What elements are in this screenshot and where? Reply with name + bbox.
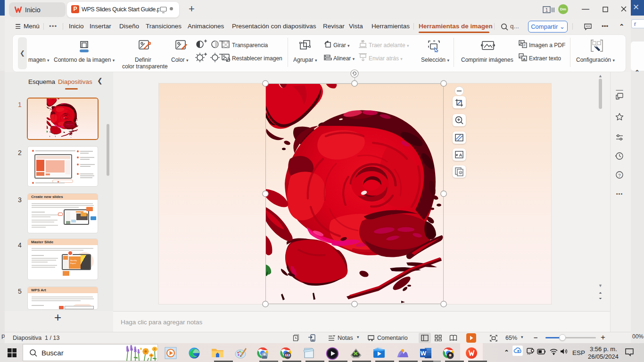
- svg-text:P: P: [460, 172, 462, 174]
- svg-text:1: 1: [545, 8, 548, 13]
- svg-text:A: A: [459, 153, 462, 157]
- svg-text:A: A: [523, 57, 526, 61]
- svg-text:W: W: [421, 350, 427, 357]
- svg-text:P: P: [523, 44, 525, 47]
- svg-text:?: ?: [618, 173, 620, 178]
